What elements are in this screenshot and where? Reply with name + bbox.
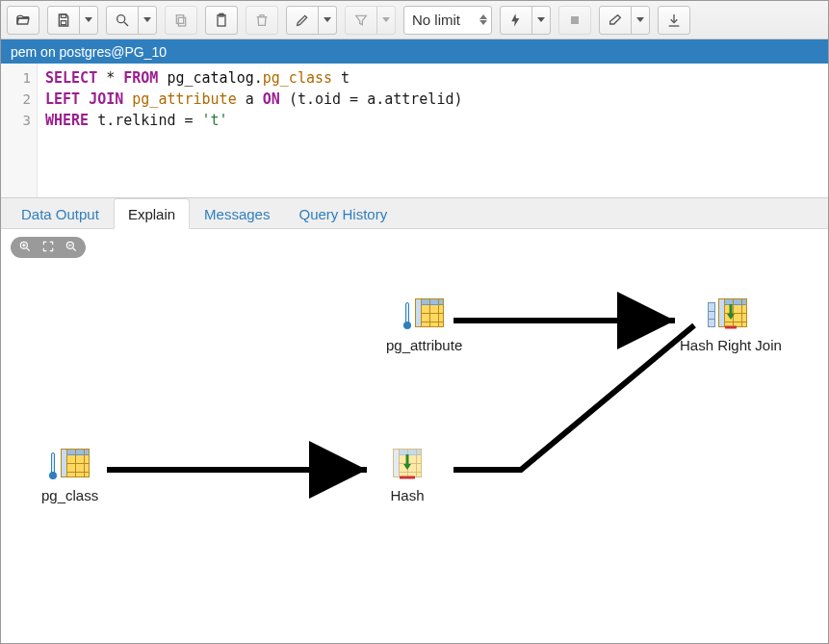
ident: attrelid: [384, 90, 453, 108]
svg-rect-8: [571, 16, 579, 24]
paste-icon: [214, 13, 229, 28]
save-button[interactable]: [47, 6, 80, 35]
zoom-out-button[interactable]: [65, 240, 78, 256]
kw-on: ON: [263, 90, 280, 108]
connection-label: pem on postgres@PG_10: [11, 44, 167, 60]
svg-line-3: [124, 22, 128, 26]
editor-gutter: 1 2 3: [1, 64, 38, 197]
sql-editor[interactable]: 1 2 3 SELECT * FROM pg_catalog.pg_class …: [1, 64, 828, 198]
row-limit-label: No limit: [412, 12, 460, 28]
execute-menu-button[interactable]: [531, 6, 551, 35]
chevron-down-icon: [324, 17, 331, 22]
node-hash-right-join[interactable]: Hash Right Join: [680, 298, 782, 353]
output-tabs: Data Output Explain Messages Query Histo…: [1, 198, 828, 229]
node-pg-class[interactable]: pg_class: [41, 449, 98, 503]
stepper-icon: [479, 14, 487, 25]
svg-rect-5: [176, 14, 183, 23]
tab-query-history[interactable]: Query History: [284, 198, 402, 228]
kw-from: FROM: [123, 69, 158, 87]
line-number: 1: [1, 67, 31, 89]
row-limit-select[interactable]: No limit: [403, 6, 492, 35]
save-icon: [56, 13, 71, 28]
download-button[interactable]: [658, 6, 690, 35]
filter-button[interactable]: [345, 6, 377, 35]
node-label: pg_class: [41, 487, 98, 503]
filter-menu-button[interactable]: [376, 6, 396, 35]
svg-line-14: [73, 247, 76, 250]
line-number: 3: [1, 110, 31, 131]
paren: ): [453, 90, 462, 108]
alias: a: [246, 90, 254, 108]
search-icon: [115, 13, 130, 28]
zoom-in-button[interactable]: [18, 240, 32, 256]
toolbar: No limit: [1, 1, 828, 39]
node-pg-attribute[interactable]: pg_attribute: [386, 298, 462, 353]
find-menu-button[interactable]: [138, 6, 157, 35]
chevron-down-icon: [143, 17, 151, 22]
open-file-button[interactable]: [7, 6, 39, 35]
star: *: [106, 69, 115, 87]
filter-icon: [353, 13, 369, 28]
schema: pg_catalog: [167, 69, 253, 87]
table: pg_attribute: [132, 90, 236, 108]
ident: oid: [315, 90, 341, 108]
kw-leftjoin: LEFT JOIN: [45, 90, 123, 108]
alias: t: [341, 69, 350, 87]
edit-menu-button[interactable]: [318, 6, 337, 35]
save-menu-button[interactable]: [79, 6, 98, 35]
stop-button[interactable]: [558, 6, 591, 35]
execute-button[interactable]: [500, 6, 532, 35]
seq-scan-icon: [49, 449, 91, 483]
bolt-icon: [508, 13, 524, 28]
svg-rect-0: [61, 14, 65, 17]
chevron-down-icon: [382, 17, 390, 22]
tab-explain[interactable]: Explain: [114, 198, 190, 229]
string-literal: 't': [202, 112, 228, 129]
tab-messages[interactable]: Messages: [190, 198, 284, 228]
ident: t: [97, 112, 106, 129]
node-label: Hash: [386, 487, 428, 503]
line-number: 2: [1, 89, 31, 110]
ident: t: [298, 90, 306, 108]
svg-rect-1: [61, 20, 65, 24]
svg-line-10: [27, 247, 30, 250]
folder-open-icon: [15, 13, 31, 28]
chevron-down-icon: [85, 17, 92, 22]
hash-join-icon: [708, 298, 754, 333]
chevron-down-icon: [636, 17, 644, 22]
paste-button[interactable]: [205, 6, 238, 35]
editor-content[interactable]: SELECT * FROM pg_catalog.pg_class t LEFT…: [38, 64, 828, 197]
svg-point-2: [117, 14, 125, 22]
copy-button[interactable]: [165, 6, 197, 35]
op: =: [185, 112, 194, 129]
svg-rect-4: [178, 17, 185, 26]
ident: relkind: [115, 112, 175, 129]
seq-scan-icon: [403, 298, 446, 333]
eraser-icon: [608, 13, 623, 28]
stop-icon: [567, 13, 583, 28]
download-icon: [666, 13, 682, 28]
ident: a: [367, 90, 376, 108]
kw-select: SELECT: [45, 69, 97, 87]
explain-panel: pg_attribute Hash Right Join pg_class Ha…: [1, 229, 828, 643]
clear-button[interactable]: [599, 6, 632, 35]
find-button[interactable]: [106, 6, 139, 35]
edit-button[interactable]: [286, 6, 319, 35]
delete-button[interactable]: [246, 6, 278, 35]
zoom-in-icon: [18, 240, 32, 253]
hash-icon: [386, 449, 428, 483]
tab-data-output[interactable]: Data Output: [7, 198, 114, 228]
kw-where: WHERE: [45, 112, 89, 129]
copy-icon: [173, 13, 189, 28]
zoom-fit-button[interactable]: [41, 240, 55, 256]
op: =: [350, 90, 358, 108]
connection-bar: pem on postgres@PG_10: [1, 39, 828, 64]
clear-menu-button[interactable]: [631, 6, 650, 35]
pencil-icon: [295, 13, 310, 28]
node-hash[interactable]: Hash: [386, 449, 428, 503]
node-label: pg_attribute: [386, 337, 462, 353]
expand-icon: [41, 240, 55, 253]
node-label: Hash Right Join: [680, 337, 782, 353]
zoom-out-icon: [65, 240, 78, 253]
chevron-down-icon: [537, 17, 545, 22]
